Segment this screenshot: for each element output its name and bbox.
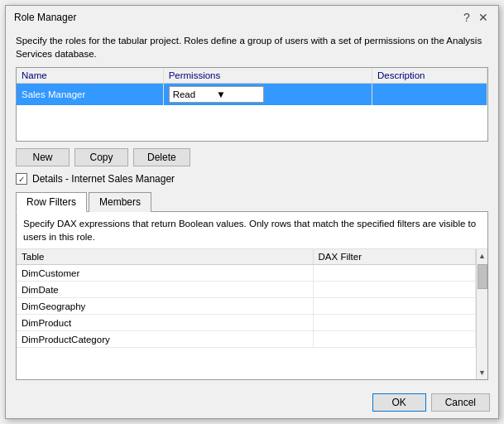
tab-content: Specify DAX expressions that return Bool…: [16, 212, 488, 380]
action-buttons-row: New Copy Delete: [16, 148, 488, 166]
cancel-button[interactable]: Cancel: [431, 393, 490, 412]
dax-table-name: DimDate: [17, 282, 313, 298]
dax-table-container: Table DAX Filter DimCustomer DimDate: [17, 249, 476, 379]
dax-table-name: DimCustomer: [17, 265, 313, 282]
tab-members[interactable]: Members: [89, 192, 151, 212]
list-item[interactable]: DimGeography: [17, 298, 476, 315]
roles-table: Name Permissions Description Sales Manag…: [17, 68, 487, 105]
dax-table-header-row: Table DAX Filter: [17, 249, 476, 265]
dax-col-table: Table: [17, 249, 313, 265]
permissions-value: Read: [173, 89, 217, 99]
scroll-down-icon[interactable]: ▼: [478, 366, 486, 379]
close-button[interactable]: ✕: [477, 11, 490, 24]
dax-filter-value[interactable]: [313, 265, 475, 282]
role-permissions-cell[interactable]: Read ▼: [163, 84, 372, 106]
details-row: ✓ Details - Internet Sales Manager: [16, 173, 488, 185]
title-bar: Role Manager ? ✕: [6, 6, 498, 27]
new-button[interactable]: New: [16, 148, 70, 166]
roles-table-header-row: Name Permissions Description: [17, 68, 487, 84]
copy-button[interactable]: Copy: [74, 148, 128, 166]
dropdown-arrow-icon: ▼: [216, 89, 260, 99]
scroll-up-icon[interactable]: ▲: [478, 249, 486, 263]
tab-row-filters[interactable]: Row Filters: [16, 192, 87, 212]
tab-description-text: Specify DAX expressions that return Bool…: [17, 212, 487, 249]
title-bar-controls: ? ✕: [460, 11, 490, 24]
dax-col-filter: DAX Filter: [313, 249, 475, 265]
role-description-cell: [372, 84, 487, 106]
list-item[interactable]: DimProductCategory: [17, 331, 476, 348]
details-checkbox[interactable]: ✓: [16, 173, 27, 185]
dax-filter-value[interactable]: [313, 315, 475, 331]
table-row[interactable]: Sales Manager Read ▼: [17, 84, 487, 106]
delete-button[interactable]: Delete: [133, 148, 190, 166]
dax-table-name: DimGeography: [17, 298, 313, 315]
list-item[interactable]: DimDate: [17, 282, 476, 298]
details-label: Details - Internet Sales Manager: [32, 173, 175, 185]
ok-button[interactable]: OK: [372, 393, 426, 412]
scroll-thumb[interactable]: [478, 264, 487, 289]
dax-table-wrapper: Table DAX Filter DimCustomer DimDate: [17, 249, 487, 379]
role-manager-dialog: Role Manager ? ✕ Specify the roles for t…: [5, 5, 499, 419]
dialog-body: Specify the roles for the tabular projec…: [6, 27, 498, 387]
list-item[interactable]: DimProduct: [17, 315, 476, 331]
col-header-description: Description: [372, 68, 487, 84]
help-button[interactable]: ?: [460, 11, 473, 24]
tabs-row: Row Filters Members: [16, 191, 488, 212]
list-item[interactable]: DimCustomer: [17, 265, 476, 282]
dax-filter-value[interactable]: [313, 331, 475, 348]
dax-table-name: DimProductCategory: [17, 331, 313, 348]
footer-row: OK Cancel: [6, 387, 498, 418]
dax-table-name: DimProduct: [17, 315, 313, 331]
col-header-permissions: Permissions: [163, 68, 372, 84]
permissions-select[interactable]: Read ▼: [169, 86, 264, 103]
dax-filter-value[interactable]: [313, 282, 475, 298]
dialog-title: Role Manager: [14, 12, 76, 23]
vertical-scrollbar[interactable]: ▲ ▼: [476, 249, 487, 379]
dax-table: Table DAX Filter DimCustomer DimDate: [17, 249, 476, 348]
dax-filter-value[interactable]: [313, 298, 475, 315]
roles-table-container: Name Permissions Description Sales Manag…: [16, 67, 488, 142]
description-text: Specify the roles for the tabular projec…: [16, 34, 488, 60]
role-name-cell: Sales Manager: [17, 84, 163, 106]
col-header-name: Name: [17, 68, 163, 84]
